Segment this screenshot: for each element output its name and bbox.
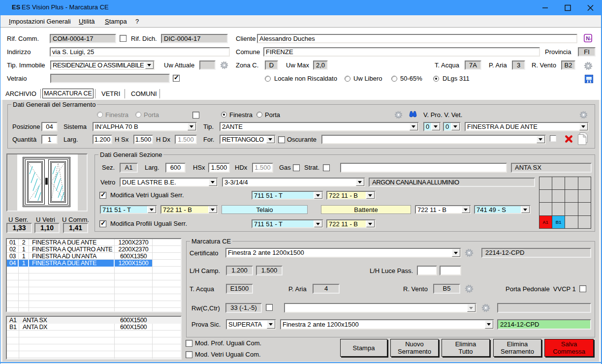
svg-text:N: N	[586, 35, 590, 41]
svg-text:B1: B1	[556, 220, 562, 225]
svg-text:A1: A1	[542, 220, 548, 225]
